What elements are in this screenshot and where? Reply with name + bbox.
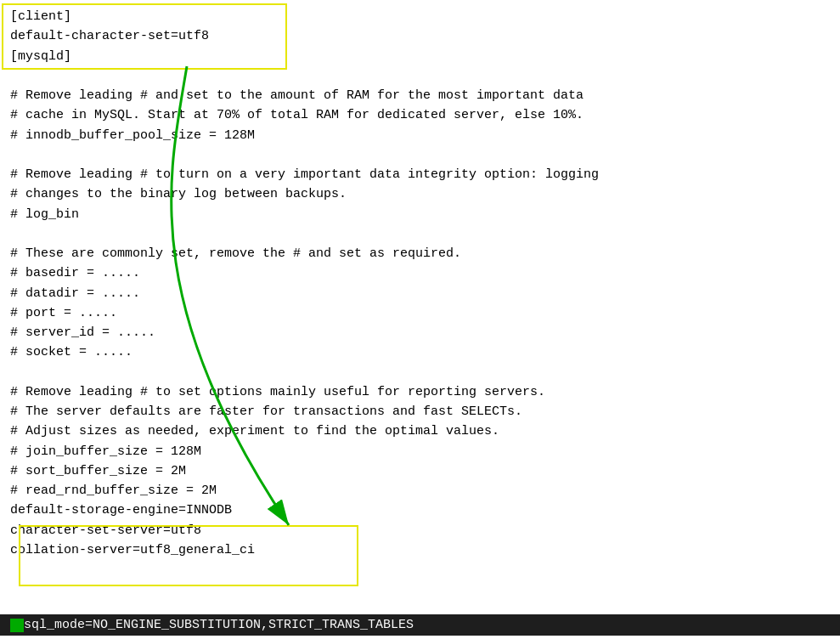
green-indicator bbox=[10, 619, 24, 632]
code-content: [client] default-character-set=utf8 [mys… bbox=[0, 0, 840, 639]
sql-mode-bar: sql_mode=NO_ENGINE_SUBSTITUTION,STRICT_T… bbox=[0, 614, 840, 636]
sql-mode-text: sql_mode=NO_ENGINE_SUBSTITUTION,STRICT_T… bbox=[24, 618, 414, 632]
